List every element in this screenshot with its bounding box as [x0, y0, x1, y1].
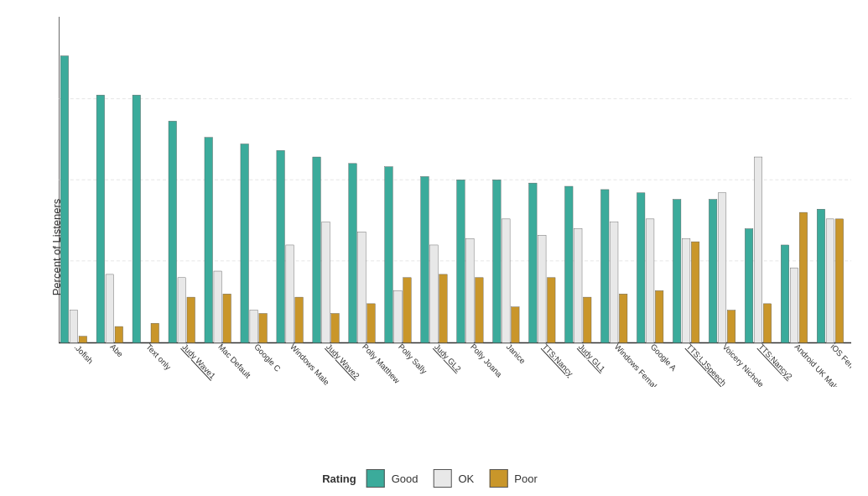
legend: Rating Good OK Poor	[322, 469, 546, 488]
bar	[115, 326, 123, 342]
bar	[646, 219, 654, 343]
bar	[205, 138, 213, 343]
bar	[223, 294, 231, 342]
bar	[548, 278, 556, 343]
x-axis-label: Google A	[649, 342, 678, 373]
bar	[151, 323, 159, 342]
bar	[619, 294, 627, 342]
bar	[682, 238, 690, 342]
bar	[277, 150, 285, 342]
bar	[133, 95, 141, 342]
bar	[565, 186, 574, 342]
bar	[439, 274, 448, 343]
chart-area: 0 25 50 75 .JofishAbeText onlyJudy Wave1…	[59, 17, 851, 387]
x-axis-label: Text only	[144, 342, 173, 372]
bar	[295, 297, 304, 342]
bar	[754, 157, 762, 342]
bar	[394, 290, 403, 342]
bar	[430, 245, 439, 343]
bar	[574, 229, 582, 343]
bar	[421, 176, 429, 342]
x-axis-label: .Jofish	[73, 342, 96, 365]
legend-label-poor: Poor	[514, 473, 537, 485]
x-axis-label: Windows Male	[288, 342, 330, 387]
bar	[718, 193, 726, 343]
legend-box-poor	[489, 469, 507, 488]
chart-container: Percent of Listeners 0 25 50 75	[0, 0, 868, 496]
bar	[826, 219, 834, 343]
x-axis-label: Abe	[108, 342, 124, 359]
bar	[512, 307, 520, 343]
x-axis-label: Polly Matthew	[361, 342, 402, 385]
legend-title: Rating	[322, 473, 356, 485]
bar	[385, 167, 393, 343]
x-axis-label: Judy Wave2	[325, 342, 361, 381]
legend-box-ok	[434, 469, 452, 488]
bar	[457, 180, 465, 342]
x-axis-label: Judy Wave1	[180, 342, 217, 381]
bar	[476, 278, 484, 343]
bar	[60, 56, 69, 343]
x-axis-label: TTS:Nancy	[541, 342, 575, 378]
bar	[403, 278, 412, 343]
bar	[502, 219, 511, 343]
legend-label-ok: OK	[459, 473, 475, 485]
bar	[178, 278, 186, 343]
x-axis-label: Janice	[505, 342, 528, 365]
chart-svg: 0 25 50 75 .JofishAbeText onlyJudy Wave1…	[59, 17, 851, 387]
bar	[529, 183, 538, 342]
bar	[313, 157, 321, 342]
bar	[691, 242, 699, 342]
bar	[367, 304, 376, 343]
bar	[790, 268, 798, 342]
bar	[835, 219, 844, 343]
bar	[286, 245, 294, 343]
bar	[655, 290, 663, 342]
legend-box-good	[366, 469, 385, 488]
bar	[493, 180, 502, 342]
x-axis-label: Judy GL2	[433, 342, 463, 373]
bar	[745, 229, 753, 343]
x-axis-label: Polly Joana	[469, 342, 504, 379]
x-axis-label: Mac Default	[216, 342, 252, 380]
bar	[538, 235, 547, 342]
bar	[817, 209, 825, 342]
bar	[322, 222, 330, 343]
bar	[358, 232, 366, 342]
bar	[600, 190, 609, 343]
bar	[637, 193, 645, 343]
bar	[70, 311, 78, 343]
bar	[763, 304, 772, 343]
bar	[187, 297, 195, 342]
bar	[673, 200, 681, 343]
x-axis-label: TTS:Nancy2	[757, 342, 794, 381]
legend-label-good: Good	[392, 473, 418, 485]
bar	[241, 144, 249, 343]
bar	[799, 212, 808, 342]
x-axis-label: Google C	[252, 342, 282, 373]
bar	[331, 314, 340, 343]
bar	[709, 200, 717, 343]
x-axis-label: Judy GL1	[577, 342, 607, 373]
x-axis-label: Polly Sally	[397, 342, 429, 376]
bar	[250, 311, 258, 343]
bar	[781, 245, 789, 343]
bar	[96, 95, 105, 342]
bar	[106, 274, 114, 343]
bar	[259, 314, 268, 343]
x-axis-label: iOS Female	[829, 342, 851, 379]
bar	[169, 121, 177, 342]
bar	[583, 297, 591, 342]
bar	[349, 164, 357, 343]
bar	[610, 222, 618, 343]
bar	[727, 311, 735, 343]
bar	[214, 271, 222, 342]
bar	[466, 238, 475, 342]
